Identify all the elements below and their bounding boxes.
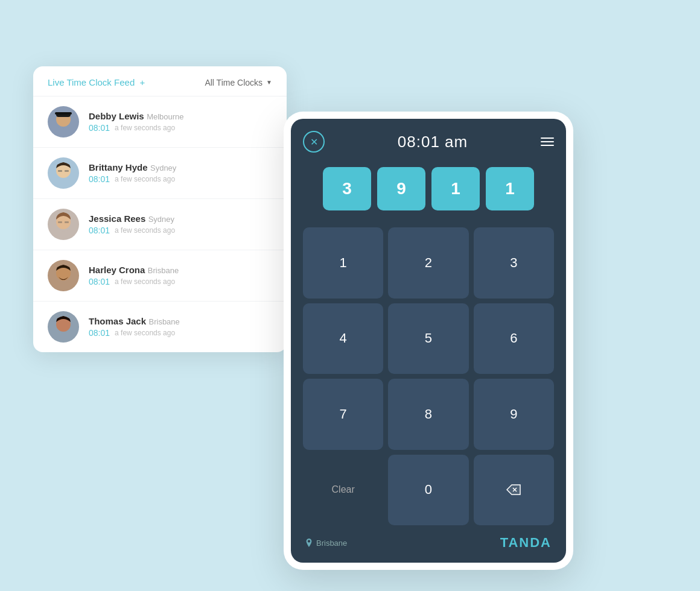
feed-title-text: Live Time Clock Feed: [48, 77, 135, 87]
feed-info: Thomas Jack Brisbane 08:01 a few seconds…: [89, 316, 272, 338]
close-button[interactable]: ✕: [303, 131, 325, 153]
pin-digit: 1: [486, 167, 534, 210]
key-8[interactable]: 8: [388, 379, 468, 450]
feed-time-row: 08:01 a few seconds ago: [89, 174, 272, 184]
svg-rect-4: [58, 170, 62, 172]
feed-person-name: Harley Crona: [89, 265, 145, 275]
feed-add-button[interactable]: +: [139, 77, 145, 87]
feed-name-row: Brittany Hyde Sydney: [89, 162, 272, 173]
feed-filter-dropdown[interactable]: All Time Clocks ▼: [205, 78, 272, 87]
feed-person-location: Brisbane: [149, 317, 180, 326]
tablet-topbar: ✕ 08:01 am: [303, 131, 554, 153]
feed-panel: Live Time Clock Feed + All Time Clocks ▼…: [33, 66, 287, 352]
feed-name-row: Harley Crona Brisbane: [89, 265, 272, 276]
feed-time-row: 08:01 a few seconds ago: [89, 226, 272, 235]
feed-time-ago: a few seconds ago: [115, 329, 175, 337]
feed-info: Harley Crona Brisbane 08:01 a few second…: [89, 265, 272, 286]
chevron-down-icon: ▼: [266, 79, 272, 86]
tanda-logo: TANDA: [500, 535, 552, 551]
feed-person-name: Debby Lewis: [89, 111, 144, 121]
location-icon: [305, 539, 313, 547]
feed-info: Brittany Hyde Sydney 08:01 a few seconds…: [89, 162, 272, 184]
feed-time-row: 08:01 a few seconds ago: [89, 328, 272, 338]
key-7[interactable]: 7: [303, 379, 383, 450]
key-3[interactable]: 3: [474, 227, 554, 299]
svg-rect-2: [55, 112, 72, 115]
avatar: [48, 106, 79, 137]
feed-clock-time: 08:01: [89, 277, 110, 286]
pin-display: 3911: [303, 167, 554, 210]
feed-person-name: Brittany Hyde: [89, 162, 148, 172]
feed-header: Live Time Clock Feed + All Time Clocks ▼: [33, 66, 287, 96]
key-5[interactable]: 5: [388, 303, 468, 375]
feed-person-location: Sydney: [148, 215, 174, 224]
feed-time-ago: a few seconds ago: [115, 175, 175, 183]
menu-button[interactable]: [541, 137, 554, 146]
key-0[interactable]: 0: [388, 455, 468, 526]
feed-name-row: Debby Lewis Melbourne: [89, 111, 272, 122]
clear-button[interactable]: Clear: [303, 455, 383, 526]
feed-person-location: Brisbane: [148, 266, 179, 275]
key-1[interactable]: 1: [303, 227, 383, 299]
tablet-time-display: 08:01 am: [398, 133, 468, 151]
keypad: 123456789Clear0: [303, 227, 554, 525]
feed-clock-time: 08:01: [89, 123, 110, 133]
feed-clock-time: 08:01: [89, 174, 110, 184]
list-item: Harley Crona Brisbane 08:01 a few second…: [33, 250, 287, 302]
feed-person-name: Thomas Jack: [89, 316, 146, 326]
location-text: Brisbane: [316, 539, 347, 548]
avatar: [48, 260, 79, 291]
menu-line-3: [541, 145, 554, 146]
feed-time-row: 08:01 a few seconds ago: [89, 277, 272, 286]
list-item: Jessica Rees Sydney 08:01 a few seconds …: [33, 199, 287, 250]
feed-clock-time: 08:01: [89, 226, 110, 235]
list-item: Brittany Hyde Sydney 08:01 a few seconds…: [33, 148, 287, 199]
feed-filter-label: All Time Clocks: [205, 78, 262, 87]
tablet-panel: ✕ 08:01 am 3911 123456789Clear0 Brisbane…: [284, 112, 573, 570]
feed-info: Jessica Rees Sydney 08:01 a few seconds …: [89, 213, 272, 235]
feed-time-row: 08:01 a few seconds ago: [89, 123, 272, 133]
svg-rect-8: [65, 221, 69, 223]
key-4[interactable]: 4: [303, 303, 383, 375]
svg-rect-5: [65, 170, 69, 172]
feed-list: Debby Lewis Melbourne 08:01 a few second…: [33, 96, 287, 352]
pin-digit: 1: [431, 167, 480, 210]
backspace-button[interactable]: [474, 455, 554, 526]
avatar: [48, 209, 79, 240]
pin-digit: 3: [323, 167, 371, 210]
menu-line-2: [541, 141, 554, 142]
menu-line-1: [541, 137, 554, 139]
avatar: [48, 157, 79, 189]
tablet-screen: ✕ 08:01 am 3911 123456789Clear0 Brisbane…: [291, 119, 566, 563]
tablet-footer: Brisbane TANDA: [303, 535, 554, 551]
list-item: Thomas Jack Brisbane 08:01 a few seconds…: [33, 302, 287, 352]
feed-info: Debby Lewis Melbourne 08:01 a few second…: [89, 111, 272, 133]
avatar: [48, 311, 79, 343]
key-9[interactable]: 9: [474, 379, 554, 450]
feed-person-name: Jessica Rees: [89, 213, 145, 224]
feed-time-ago: a few seconds ago: [115, 124, 175, 132]
feed-person-location: Sydney: [150, 163, 176, 172]
list-item: Debby Lewis Melbourne 08:01 a few second…: [33, 96, 287, 148]
feed-name-row: Thomas Jack Brisbane: [89, 316, 272, 327]
feed-person-location: Melbourne: [147, 112, 183, 121]
feed-time-ago: a few seconds ago: [115, 226, 175, 235]
svg-rect-7: [58, 221, 62, 223]
feed-time-ago: a few seconds ago: [115, 277, 175, 286]
feed-name-row: Jessica Rees Sydney: [89, 213, 272, 224]
footer-location: Brisbane: [305, 539, 347, 548]
feed-clock-time: 08:01: [89, 328, 110, 338]
key-6[interactable]: 6: [474, 303, 554, 375]
pin-digit: 9: [377, 167, 425, 210]
feed-title: Live Time Clock Feed +: [48, 77, 145, 87]
key-2[interactable]: 2: [388, 227, 468, 299]
